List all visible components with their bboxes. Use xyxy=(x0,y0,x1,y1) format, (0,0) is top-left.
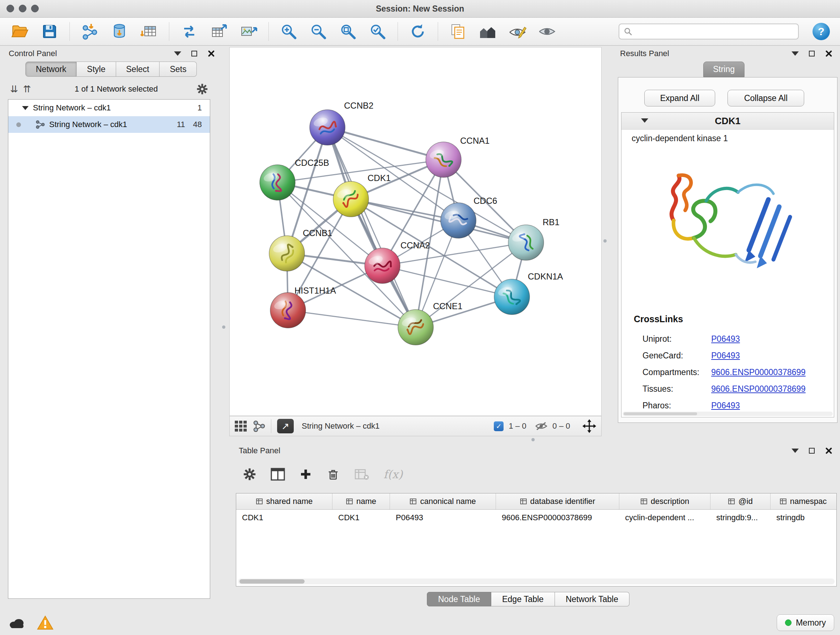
selection-checkbox[interactable]: ✓ xyxy=(494,421,504,431)
crosslink-value[interactable]: 9606.ENSP00000378699 xyxy=(711,384,806,394)
table-cell[interactable]: CDK1 xyxy=(236,510,332,526)
crosslink-value[interactable]: 9606.ENSP00000378699 xyxy=(711,367,806,377)
results-hscrollbar-thumb[interactable] xyxy=(624,412,697,415)
document-button[interactable] xyxy=(448,22,468,41)
table-cell[interactable]: stringdb xyxy=(771,510,836,526)
network-node-ccna1[interactable]: CCNA1 xyxy=(426,136,489,177)
collapse-all-icon[interactable]: ⇊ xyxy=(10,84,18,94)
import-network-database-button[interactable] xyxy=(110,22,129,41)
table-options-gear-icon[interactable] xyxy=(243,468,256,481)
panel-close-icon[interactable] xyxy=(825,50,832,57)
table-hscrollbar-thumb[interactable] xyxy=(240,579,305,584)
export-table-button[interactable] xyxy=(209,22,229,41)
detach-view-button[interactable]: ↗ xyxy=(277,419,294,433)
tab-style[interactable]: Style xyxy=(77,62,116,77)
help-button[interactable]: ? xyxy=(813,23,830,40)
tab-network[interactable]: Network xyxy=(25,62,77,77)
network-node-hist1h1a[interactable]: HIST1H1A xyxy=(270,286,336,328)
column-header-label: description xyxy=(651,497,689,506)
network-options-gear-icon[interactable] xyxy=(196,83,208,95)
panel-float-icon[interactable] xyxy=(809,51,815,57)
expand-all-icon[interactable]: ⇈ xyxy=(23,84,31,94)
tab-node-table[interactable]: Node Table xyxy=(427,592,491,606)
panel-menu-icon[interactable] xyxy=(174,51,181,56)
export-image-button[interactable] xyxy=(239,22,258,41)
gene-section-header[interactable]: CDK1 xyxy=(622,112,834,130)
tab-edge-table[interactable]: Edge Table xyxy=(491,592,555,606)
tab-sets[interactable]: Sets xyxy=(159,62,197,77)
table-cell[interactable]: stringdb:9... xyxy=(711,510,771,526)
zoom-out-button[interactable] xyxy=(309,22,328,41)
splitter-handle[interactable] xyxy=(222,325,225,329)
network-canvas[interactable]: CCNB2CCNA1CDC25BCDK1CDC6RB1CCNB1CCNA2CDK… xyxy=(229,47,602,416)
save-session-button[interactable] xyxy=(40,22,59,41)
table-cell[interactable]: cyclin-dependent ... xyxy=(619,510,711,526)
panel-menu-icon[interactable] xyxy=(791,51,799,56)
show-columns-icon[interactable] xyxy=(271,468,285,481)
column-header--id[interactable]: @id xyxy=(711,494,771,509)
hide-graphics-details-button[interactable] xyxy=(508,22,527,41)
search-box[interactable] xyxy=(619,24,799,40)
panel-close-icon[interactable] xyxy=(207,50,215,57)
tab-select[interactable]: Select xyxy=(116,62,160,77)
column-header-shared-name[interactable]: shared name xyxy=(236,494,332,509)
refresh-button[interactable] xyxy=(408,22,428,41)
tab-network-table[interactable]: Network Table xyxy=(555,592,630,606)
network-collection-row[interactable]: String Network – cdk1 1 xyxy=(8,100,210,116)
network-node-cdk1[interactable]: CDK1 xyxy=(333,173,391,217)
add-column-icon[interactable] xyxy=(300,468,312,480)
column-header-label: namespac xyxy=(790,497,827,506)
network-node-cdc6[interactable]: CDC6 xyxy=(441,196,497,238)
collapse-all-button[interactable]: Collapse All xyxy=(728,90,804,106)
delete-column-icon[interactable] xyxy=(326,467,340,481)
memory-button[interactable]: Memory xyxy=(777,614,834,631)
crosslink-value[interactable]: P06493 xyxy=(711,351,740,361)
move-tool-icon[interactable] xyxy=(583,419,596,433)
column-header-canonical-name[interactable]: canonical name xyxy=(390,494,496,509)
column-header-name[interactable]: name xyxy=(332,494,390,509)
warnings-button[interactable] xyxy=(35,614,56,631)
import-table-button[interactable] xyxy=(139,22,159,41)
zoom-in-button[interactable] xyxy=(279,22,298,41)
layout-arrows-button[interactable] xyxy=(180,22,199,41)
column-header-description[interactable]: description xyxy=(619,494,711,509)
cloud-status-button[interactable] xyxy=(6,614,27,631)
network-edge[interactable] xyxy=(382,266,512,297)
birdseye-view-icon[interactable] xyxy=(253,420,265,432)
table-cell[interactable]: P06493 xyxy=(390,510,496,526)
search-input[interactable] xyxy=(636,27,794,36)
control-panel-title: Control Panel xyxy=(9,49,57,58)
crosslink-value[interactable]: P06493 xyxy=(711,401,740,410)
tab-string[interactable]: String xyxy=(703,62,745,77)
tree-expand-icon[interactable] xyxy=(22,106,28,110)
network-edge[interactable] xyxy=(288,310,416,327)
home-button[interactable] xyxy=(478,22,497,41)
zoom-fit-button[interactable] xyxy=(338,22,358,41)
table-cell[interactable]: CDK1 xyxy=(332,510,390,526)
panel-float-icon[interactable] xyxy=(809,448,815,454)
splitter-handle[interactable] xyxy=(531,438,535,441)
zoom-in-icon xyxy=(280,23,297,40)
import-network-button[interactable] xyxy=(80,22,99,41)
panel-close-icon[interactable] xyxy=(825,447,832,454)
show-graphics-details-button[interactable] xyxy=(537,22,557,41)
network-node-cdkn1a[interactable]: CDKN1A xyxy=(494,272,563,315)
network-row-selected[interactable]: String Network – cdk1 11 48 xyxy=(8,116,210,133)
network-edge[interactable] xyxy=(327,127,416,327)
panel-float-icon[interactable] xyxy=(191,51,197,57)
network-edge-count: 48 xyxy=(193,120,202,129)
expand-all-button[interactable]: Expand All xyxy=(644,90,715,106)
network-node-rb1[interactable]: RB1 xyxy=(508,217,560,260)
grid-view-icon[interactable] xyxy=(235,421,247,432)
network-node-label: HIST1H1A xyxy=(294,286,336,295)
network-edge[interactable] xyxy=(351,199,526,242)
column-header-namespac[interactable]: namespac xyxy=(771,494,836,509)
network-edge[interactable] xyxy=(327,127,444,160)
zoom-selected-button[interactable] xyxy=(368,22,387,41)
column-header-database-identifier[interactable]: database identifier xyxy=(496,494,619,509)
splitter-handle[interactable] xyxy=(603,239,607,242)
panel-menu-icon[interactable] xyxy=(791,448,799,453)
table-cell[interactable]: 9606.ENSP00000378699 xyxy=(496,510,619,526)
crosslink-value[interactable]: P06493 xyxy=(711,334,740,344)
open-session-button[interactable] xyxy=(10,22,30,41)
